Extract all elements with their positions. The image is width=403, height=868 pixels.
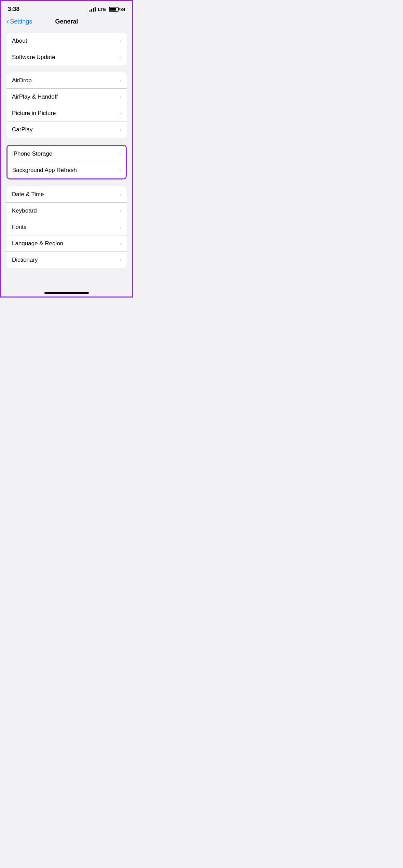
dictionary-chevron-icon: › — [120, 257, 121, 263]
background-app-refresh-chevron-icon: › — [119, 167, 121, 173]
settings-row-background-app-refresh[interactable]: Background App Refresh › — [8, 162, 126, 178]
page-title: General — [55, 18, 78, 25]
signal-bars-icon — [89, 7, 96, 12]
nav-bar: ‹ Settings General — [1, 15, 132, 30]
settings-row-airdrop[interactable]: AirDrop › — [6, 72, 127, 89]
fonts-label: Fonts — [12, 224, 27, 231]
language-region-label: Language & Region — [12, 240, 63, 247]
battery-percent: 84 — [121, 7, 125, 12]
battery-icon: 84 — [109, 7, 125, 12]
lte-label: LTE — [98, 7, 106, 12]
iphone-storage-label: iPhone Storage — [12, 150, 52, 157]
settings-row-software-update[interactable]: Software Update › — [6, 49, 127, 66]
back-button[interactable]: ‹ Settings — [6, 18, 32, 25]
settings-row-date-time[interactable]: Date & Time › — [6, 186, 127, 203]
keyboard-label: Keyboard — [12, 207, 37, 214]
settings-row-fonts[interactable]: Fonts › — [6, 219, 127, 235]
settings-row-iphone-storage[interactable]: iPhone Storage › — [8, 146, 126, 162]
settings-group-4: Date & Time › Keyboard › Fonts › Languag… — [6, 186, 127, 268]
settings-row-carplay[interactable]: CarPlay › — [6, 121, 127, 138]
dictionary-label: Dictionary — [12, 257, 38, 263]
settings-row-picture-in-picture[interactable]: Picture in Picture › — [6, 105, 127, 121]
settings-row-dictionary[interactable]: Dictionary › — [6, 252, 127, 268]
carplay-label: CarPlay — [12, 126, 32, 133]
software-update-chevron-icon: › — [120, 54, 121, 60]
date-time-label: Date & Time — [12, 191, 44, 198]
settings-group-3-highlighted: iPhone Storage › Background App Refresh … — [6, 145, 127, 179]
picture-in-picture-label: Picture in Picture — [12, 110, 56, 117]
settings-row-airplay-handoff[interactable]: AirPlay & Handoff › — [6, 89, 127, 105]
settings-group-1: About › Software Update › — [6, 33, 127, 66]
airplay-handoff-chevron-icon: › — [120, 94, 121, 100]
airdrop-chevron-icon: › — [120, 77, 121, 84]
settings-group-2: AirDrop › AirPlay & Handoff › Picture in… — [6, 72, 127, 138]
settings-row-keyboard[interactable]: Keyboard › — [6, 203, 127, 219]
fonts-chevron-icon: › — [120, 224, 121, 230]
home-indicator — [1, 289, 132, 296]
software-update-label: Software Update — [12, 54, 55, 61]
date-time-chevron-icon: › — [120, 191, 121, 198]
home-bar — [44, 292, 89, 294]
language-region-chevron-icon: › — [120, 241, 121, 247]
status-icons: LTE 84 — [89, 7, 125, 12]
about-chevron-icon: › — [120, 38, 121, 44]
settings-content: About › Software Update › AirDrop › AirP… — [1, 30, 132, 289]
picture-in-picture-chevron-icon: › — [120, 110, 121, 116]
airplay-handoff-label: AirPlay & Handoff — [12, 93, 58, 100]
status-time: 3:38 — [8, 6, 19, 13]
iphone-storage-chevron-icon: › — [119, 151, 121, 157]
settings-row-about[interactable]: About › — [6, 33, 127, 49]
background-app-refresh-label: Background App Refresh — [12, 167, 77, 174]
keyboard-chevron-icon: › — [120, 208, 121, 214]
carplay-chevron-icon: › — [120, 127, 121, 133]
back-label: Settings — [10, 18, 32, 25]
status-bar: 3:38 LTE 84 — [1, 1, 132, 15]
settings-row-language-region[interactable]: Language & Region › — [6, 235, 127, 252]
airdrop-label: AirDrop — [12, 77, 32, 84]
back-chevron-icon: ‹ — [6, 18, 9, 25]
about-label: About — [12, 38, 27, 44]
